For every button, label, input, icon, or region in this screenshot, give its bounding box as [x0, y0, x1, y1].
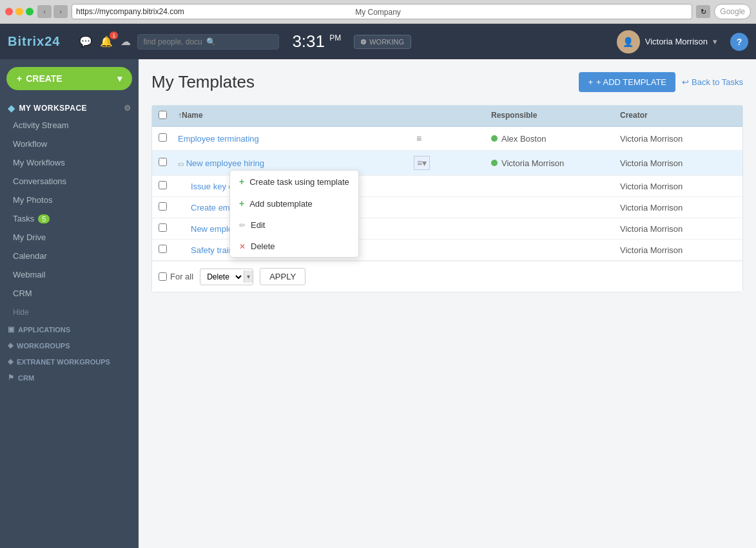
notification-badge: 1 — [110, 32, 118, 39]
workgroups-label: WORKGROUPS — [17, 342, 70, 350]
for-all-checkbox[interactable] — [159, 272, 167, 281]
select-all-checkbox[interactable] — [159, 111, 167, 119]
row-name-cell: Employee terminating — [178, 134, 414, 144]
context-plus-icon-2: + — [239, 198, 244, 209]
create-button[interactable]: + CREATE ▾ — [6, 67, 132, 90]
workspace-section-header: ◆ MY WORKSPACE ⚙ — [0, 98, 139, 116]
creator-cell: Victoria Morrison — [620, 182, 736, 191]
status-dot — [491, 135, 498, 142]
time-value: 3:31 — [292, 32, 325, 51]
context-edit[interactable]: ✏ Edit — [230, 214, 358, 236]
user-area[interactable]: 👤 Victoria Morrison ▾ — [617, 30, 717, 53]
workspace-icon: ◆ — [8, 103, 15, 113]
crm-label: CRM — [18, 374, 34, 382]
template-name-link[interactable]: Employee terminating — [178, 134, 259, 144]
back-btn[interactable]: ‹ — [37, 5, 52, 18]
extranet-icon: ◈ — [8, 357, 13, 366]
browser-title: My Company — [355, 8, 401, 17]
sidebar-item-conversations[interactable]: Conversations — [0, 172, 139, 191]
close-btn[interactable] — [5, 8, 13, 15]
responsible-cell: Alex Boston — [491, 134, 620, 144]
collapse-icon[interactable]: ▭ — [178, 160, 184, 167]
forward-btn[interactable]: › — [53, 5, 68, 18]
nav-arrows: ‹ › — [37, 5, 68, 18]
table-header: ↑Name Responsible Creator — [152, 106, 742, 127]
row-checkbox[interactable] — [159, 223, 167, 232]
user-name: Victoria Morrison — [645, 37, 708, 46]
bottom-bar: For all Delete ▾ APPLY — [152, 261, 742, 292]
chat-icon[interactable]: 💬 — [79, 35, 92, 48]
search-icon[interactable]: 🔍 — [206, 37, 216, 46]
settings-icon[interactable]: ⚙ — [124, 104, 131, 113]
apply-button[interactable]: APPLY — [260, 268, 305, 285]
sidebar-item-photos[interactable]: My Photos — [0, 191, 139, 209]
back-to-tasks-link[interactable]: ↩ Back to Tasks — [682, 77, 743, 87]
row-checkbox-cell — [159, 158, 178, 168]
creator-name: Victoria Morrison — [620, 158, 683, 168]
sidebar-item-activity[interactable]: Activity Stream — [0, 116, 139, 135]
context-add-subtemplate[interactable]: + Add subtemplate — [230, 193, 358, 214]
browser-search[interactable]: Google — [714, 4, 751, 19]
back-arrow-icon: ↩ — [682, 77, 689, 87]
header-search[interactable]: find people, docu 🔍 — [137, 34, 279, 50]
bulk-action-select[interactable]: Delete ▾ — [200, 269, 253, 285]
context-create-task[interactable]: + Create task using template — [230, 171, 358, 193]
row-menu-icon[interactable]: ≡ — [414, 132, 424, 145]
row-checkbox[interactable] — [159, 202, 167, 211]
row-menu-icon[interactable]: ≡▾ — [414, 156, 430, 170]
template-name-link[interactable]: New employee hiring — [186, 158, 264, 168]
reload-btn[interactable]: ↻ — [696, 5, 710, 18]
cloud-icon[interactable]: ☁ — [121, 35, 131, 48]
sidebar-item-my-workflows[interactable]: My Workflows — [0, 153, 139, 172]
working-dot — [361, 39, 366, 44]
app-header: Bitrix24 💬 🔔 1 ☁ find people, docu 🔍 3:3… — [0, 24, 756, 59]
creator-cell: Victoria Morrison — [620, 203, 736, 213]
context-edit-label: Edit — [251, 220, 265, 230]
create-label: CREATE — [26, 73, 63, 84]
applications-label: APPLICATIONS — [18, 326, 70, 334]
help-button[interactable]: ? — [730, 33, 748, 51]
context-delete[interactable]: ✕ Delete — [230, 236, 358, 257]
create-dropdown-icon: ▾ — [117, 73, 122, 84]
browser-chrome: ‹ › https://mycompany.bitrix24.com ↻ Goo… — [0, 0, 756, 24]
row-checkbox[interactable] — [159, 133, 167, 142]
actions-cell: ≡ — [414, 132, 491, 145]
context-add-subtemplate-label: Add subtemplate — [249, 199, 313, 209]
sidebar-item-crm[interactable]: CRM — [0, 284, 139, 303]
responsible-cell: Victoria Morrison — [491, 158, 620, 168]
sidebar-item-drive[interactable]: My Drive — [0, 228, 139, 247]
sidebar-item-hide[interactable]: Hide — [0, 303, 139, 321]
row-checkbox[interactable] — [159, 158, 167, 166]
working-status[interactable]: WORKING — [354, 35, 411, 49]
creator-cell: Victoria Morrison — [620, 134, 736, 144]
browser-title-bar: My Company — [355, 7, 401, 17]
row-checkbox-cell — [159, 133, 178, 144]
page-header: My Templates + + ADD TEMPLATE ↩ Back to … — [151, 72, 743, 92]
workgroups-section: ◈ WORKGROUPS — [0, 337, 139, 354]
bulk-action-dropdown[interactable]: Delete — [200, 269, 244, 285]
logo-text: Bitrix — [8, 34, 44, 48]
row-checkbox[interactable] — [159, 181, 167, 189]
creator-cell: Victoria Morrison — [620, 224, 736, 234]
sidebar-item-calendar[interactable]: Calendar — [0, 247, 139, 265]
context-edit-icon: ✏ — [239, 221, 246, 230]
row-checkbox[interactable] — [159, 245, 167, 253]
sidebar-item-webmail[interactable]: Webmail — [0, 265, 139, 284]
workgroups-icon: ◈ — [8, 341, 13, 350]
maximize-btn[interactable] — [26, 8, 34, 15]
sidebar-item-workflow[interactable]: Workflow — [0, 135, 139, 153]
page-title: My Templates — [151, 72, 255, 92]
user-dropdown-icon[interactable]: ▾ — [713, 37, 717, 46]
status-dot — [491, 160, 498, 166]
add-template-button[interactable]: + + ADD TEMPLATE — [579, 72, 675, 92]
sidebar-item-tasks[interactable]: Tasks 5 — [0, 209, 139, 228]
dropdown-arrow-icon[interactable]: ▾ — [244, 270, 253, 283]
header-checkbox-cell — [159, 111, 178, 121]
back-label: Back to Tasks — [692, 77, 743, 87]
minimize-btn[interactable] — [15, 8, 23, 15]
time-suffix: PM — [329, 33, 341, 43]
crm-flag-icon: ⚑ — [8, 373, 14, 382]
notifications[interactable]: 🔔 1 — [100, 35, 113, 48]
working-label: WORKING — [369, 38, 404, 46]
responsible-name: Victoria Morrison — [501, 158, 564, 168]
